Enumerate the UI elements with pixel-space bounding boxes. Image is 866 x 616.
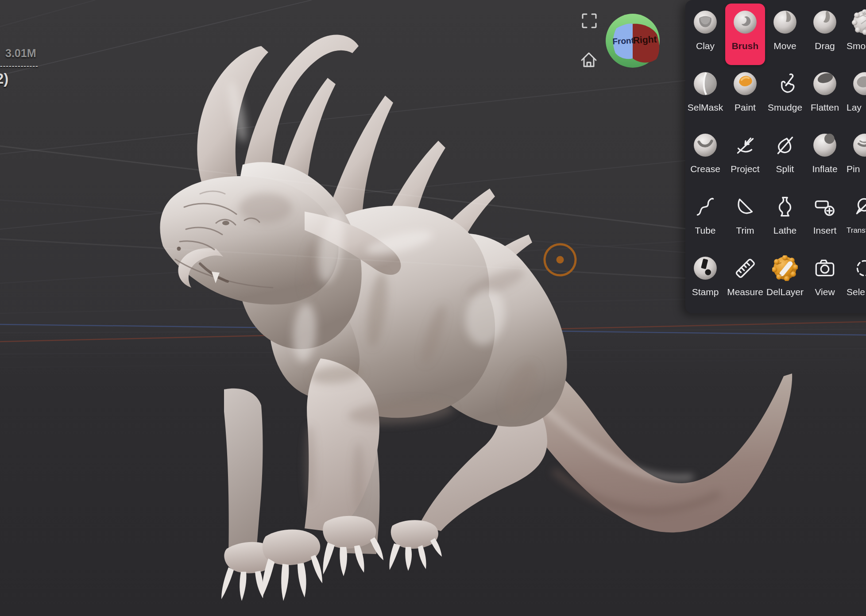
- tool-label: Smudge: [768, 102, 802, 113]
- stats-divider: -------------: [0, 62, 39, 70]
- tool-trim[interactable]: Trim: [725, 188, 765, 250]
- tool-label: Measure: [727, 287, 763, 297]
- tool-move[interactable]: Move: [765, 4, 805, 65]
- fullscreen-icon[interactable]: [583, 14, 596, 27]
- tool-label: Project: [731, 164, 759, 174]
- dellayer-icon: [765, 250, 805, 287]
- tool-paint[interactable]: Paint: [725, 65, 765, 127]
- tool-label: Move: [773, 41, 796, 51]
- home-icon[interactable]: [582, 53, 596, 66]
- tool-view[interactable]: View: [805, 250, 845, 311]
- tool-label: Lathe: [773, 225, 797, 236]
- split-icon: [765, 127, 805, 164]
- tool-smudge[interactable]: Smudge: [765, 65, 805, 127]
- move-icon: [765, 4, 805, 41]
- tool-flatten[interactable]: Flatten: [805, 65, 845, 127]
- tool-label: Crease: [690, 164, 720, 174]
- tool-panel: Clay Brush Move Drag Smo SelMask Paint S…: [685, 0, 866, 313]
- tool-label: DelLayer: [766, 287, 804, 297]
- smooth-icon: [845, 4, 866, 41]
- brush-icon: [725, 4, 765, 41]
- tool-grid: Clay Brush Move Drag Smo SelMask Paint S…: [685, 4, 866, 311]
- tool-label: View: [815, 287, 835, 297]
- tool-crease[interactable]: Crease: [685, 127, 725, 188]
- tool-label: Split: [776, 164, 794, 174]
- tool-label: Smo: [845, 41, 866, 51]
- tool-tube[interactable]: Tube: [685, 188, 725, 250]
- lathe-icon: [765, 188, 805, 225]
- tool-label: Brush: [732, 41, 759, 51]
- tool-label: Flatten: [811, 102, 839, 113]
- gizmo-front-label: Front: [612, 36, 634, 46]
- tool-insert[interactable]: Insert: [805, 188, 845, 250]
- inflate-icon: [805, 127, 845, 164]
- tool-pin[interactable]: Pin: [845, 127, 866, 188]
- scene-stats: 3.01M ------------- 2): [0, 47, 39, 87]
- measure-icon: [725, 250, 765, 287]
- tool-split[interactable]: Split: [765, 127, 805, 188]
- tool-measure[interactable]: Measure: [725, 250, 765, 311]
- tool-sele[interactable]: Sele: [845, 250, 866, 311]
- tool-dellayer[interactable]: DelLayer: [765, 250, 805, 311]
- stats-partial-text: 2): [0, 70, 39, 87]
- paint-icon: [725, 65, 765, 102]
- tool-selmask[interactable]: SelMask: [685, 65, 725, 127]
- tool-lay[interactable]: Lay: [845, 65, 866, 127]
- trim-icon: [725, 188, 765, 225]
- tool-label: Trim: [736, 225, 754, 236]
- tool-stamp[interactable]: Stamp: [685, 250, 725, 311]
- tool-label: Sele: [845, 287, 865, 297]
- project-icon: [725, 127, 765, 164]
- stamp-icon: [685, 250, 725, 287]
- tool-lathe[interactable]: Lathe: [765, 188, 805, 250]
- tool-brush[interactable]: Brush: [725, 4, 765, 65]
- tool-label: Clay: [696, 41, 715, 51]
- tool-label: Insert: [813, 225, 837, 236]
- tool-label: Drag: [815, 41, 835, 51]
- gizmo-right-label: Right: [633, 34, 657, 46]
- tool-transf[interactable]: Transf: [845, 188, 866, 250]
- nav-gizmo-area: Front Right: [576, 11, 663, 73]
- clay-icon: [685, 4, 725, 41]
- tool-label: Tube: [695, 225, 715, 236]
- flatten-icon: [805, 65, 845, 102]
- polycount-label: 3.01M: [0, 47, 39, 60]
- tool-project[interactable]: Project: [725, 127, 765, 188]
- pinch-icon: [845, 127, 866, 164]
- drag-icon: [805, 4, 845, 41]
- select-icon: [845, 250, 866, 287]
- tool-label: Paint: [735, 102, 756, 113]
- sculpt-app: { "viewport": { "background": "#333234",…: [0, 0, 866, 616]
- tool-label: Lay: [845, 102, 862, 113]
- transform-icon: [845, 188, 866, 225]
- view-icon: [805, 250, 845, 287]
- tool-label: Stamp: [692, 287, 719, 297]
- tool-label: Inflate: [812, 164, 837, 174]
- tube-icon: [685, 188, 725, 225]
- insert-icon: [805, 188, 845, 225]
- tool-inflate[interactable]: Inflate: [805, 127, 845, 188]
- tool-label: SelMask: [688, 102, 723, 113]
- tool-label: Transf: [845, 225, 866, 236]
- tool-smo[interactable]: Smo: [845, 4, 866, 65]
- tool-label: Pin: [845, 164, 860, 174]
- tool-drag[interactable]: Drag: [805, 4, 845, 65]
- layer-icon: [845, 65, 866, 102]
- orientation-sphere[interactable]: Front Right: [606, 14, 660, 68]
- selmask-icon: [685, 65, 725, 102]
- crease-icon: [685, 127, 725, 164]
- smudge-icon: [765, 65, 805, 102]
- tool-clay[interactable]: Clay: [685, 4, 725, 65]
